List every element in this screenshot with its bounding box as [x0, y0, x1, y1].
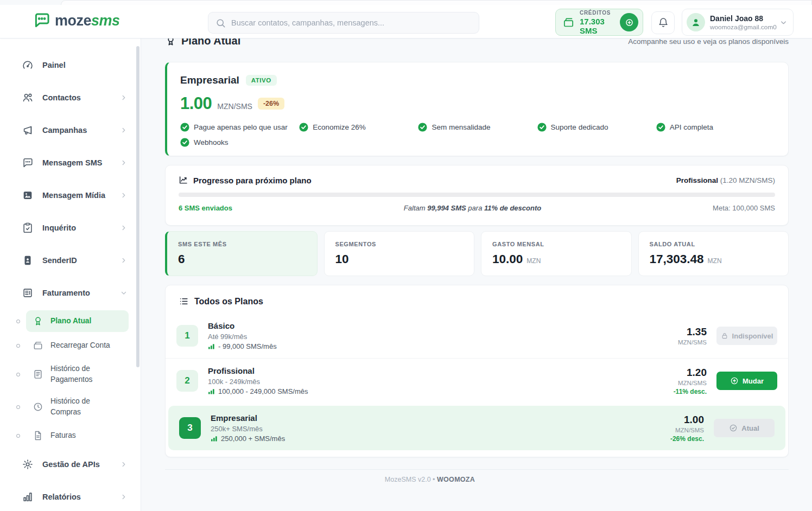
trending-up-icon	[179, 175, 188, 185]
search-input[interactable]	[231, 18, 472, 27]
global-search[interactable]	[208, 12, 479, 34]
sidebar-item-contactos[interactable]: Contactos	[0, 81, 141, 114]
feature-item: Economize 26%	[299, 123, 418, 132]
plan-current-button[interactable]: Atual	[714, 419, 775, 437]
sidebar-item-historico-pagamentos[interactable]: Histórico de Pagamentos	[0, 358, 141, 391]
credits-chip[interactable]: CRÉDITOS 17.303 SMS	[555, 9, 643, 36]
plan-number: 2	[176, 370, 198, 392]
sidebar-scrollbar[interactable]	[136, 46, 139, 367]
lock-icon	[721, 332, 728, 340]
stat-monthly-spend: GASTO MENSAL 10.00MZN	[481, 231, 632, 276]
footer: MozeSMS v2.0 • WOOMOZA	[165, 469, 789, 491]
feature-item: Webhooks	[180, 138, 299, 147]
bullet-icon	[16, 405, 20, 409]
plan-number: 1	[176, 325, 198, 347]
image-icon	[22, 189, 34, 201]
sidebar-item-painel[interactable]: Painel	[0, 49, 141, 81]
sidebar-item-recarregar-conta[interactable]: Recarregar Conta	[0, 333, 141, 358]
add-credits-button[interactable]	[620, 13, 638, 31]
award-icon	[33, 316, 43, 327]
current-plan-name: Empresarial	[180, 74, 239, 86]
bullet-icon	[16, 373, 20, 376]
bar-chart-icon	[22, 491, 34, 503]
users-icon	[22, 92, 34, 104]
award-icon	[165, 39, 176, 47]
check-circle-icon	[180, 123, 189, 132]
brand-logo[interactable]: mozesms	[33, 11, 120, 30]
feature-item: Suporte dedicado	[537, 123, 656, 132]
sidebar-item-relatorios[interactable]: Relatórios	[0, 481, 141, 511]
sidebar-item-gestao-apis[interactable]: Gestão de APIs	[0, 448, 141, 481]
stat-segments: SEGMENTOS 10	[324, 231, 475, 276]
invoice-icon	[22, 287, 34, 299]
check-circle-icon	[656, 123, 665, 132]
check-circle-icon	[180, 138, 189, 147]
avatar	[687, 13, 705, 31]
wallet-icon	[33, 340, 43, 351]
clock-icon	[33, 401, 43, 412]
sidebar-item-faturas[interactable]: Faturas	[0, 423, 141, 448]
check-circle-icon	[418, 123, 427, 132]
mini-bars-icon	[208, 388, 215, 395]
arrow-up-circle-icon	[730, 376, 739, 385]
sidebar-item-mensagem-sms[interactable]: Mensagem SMS	[0, 146, 141, 179]
feature-item: API completa	[656, 123, 775, 132]
credits-value: 17.303 SMS	[580, 17, 615, 35]
chevron-right-icon	[120, 94, 128, 101]
megaphone-icon	[22, 124, 34, 136]
wallet-icon	[562, 16, 575, 29]
check-circle-outline-icon	[729, 424, 738, 432]
credits-label: CRÉDITOS	[580, 10, 615, 16]
check-circle-icon	[299, 123, 308, 132]
gauge-icon	[22, 59, 34, 71]
chevron-right-icon	[120, 126, 128, 134]
main-content: Plano Atual Acompanhe seu uso e veja os …	[141, 39, 812, 511]
stat-current-balance: SALDO ATUAL 17,303.48MZN	[638, 231, 789, 276]
stats-row: SMS ESTE MÊS 6 SEGMENTOS 10 GASTO MENSAL…	[165, 231, 789, 276]
chevron-down-icon	[779, 18, 788, 27]
page-subtitle: Acompanhe seu uso e veja os planos dispo…	[628, 39, 789, 46]
progress-bar	[179, 193, 775, 197]
clipboard-check-icon	[22, 222, 34, 234]
feature-item: Sem mensalidade	[418, 123, 537, 132]
next-plan-label: Profissional (1.20 MZN/SMS)	[676, 176, 775, 184]
window-top-edge	[61, 0, 812, 5]
sidebar-item-campanhas[interactable]: Campanhas	[0, 114, 141, 146]
chevron-right-icon	[120, 461, 128, 468]
current-plan-price: 1.00	[180, 94, 212, 113]
sidebar-item-faturamento[interactable]: Faturamento	[0, 277, 141, 309]
bullet-icon	[16, 344, 20, 348]
contact-card-icon	[22, 254, 34, 266]
sidebar-item-mensagem-midia[interactable]: Mensagem Mídia	[0, 179, 141, 212]
plan-number: 3	[179, 417, 201, 439]
brand-name: mozesms	[55, 12, 120, 29]
plan-change-button[interactable]: Mudar	[716, 372, 777, 390]
chevron-right-icon	[120, 224, 128, 232]
bullet-icon	[16, 434, 20, 438]
file-icon	[33, 430, 43, 441]
stat-sms-month: SMS ESTE MÊS 6	[165, 231, 318, 276]
list-icon	[179, 296, 189, 306]
bell-icon	[658, 17, 669, 28]
notifications-button[interactable]	[651, 11, 675, 34]
plan-row-profissional: 2 Profissional 100k - 249k/mês 100,000 -…	[166, 358, 788, 403]
sidebar: Painel Contactos Campanhas Mensagem SMS	[0, 39, 141, 511]
all-plans-card: Todos os Planos 1 Básico Até 99k/mês - 9…	[165, 285, 789, 457]
user-menu[interactable]: Daniel Joao 88 woomoza@gmail.com0	[682, 9, 794, 36]
chevron-right-icon	[120, 159, 128, 167]
feature-item: Pague apenas pelo que usar	[180, 123, 299, 132]
chat-bubble-logo-icon	[33, 11, 51, 30]
current-plan-card: Empresarial ATIVO 1.00 MZN/SMS -26% Pagu…	[165, 62, 789, 156]
plan-row-basico: 1 Básico Até 99k/mês - 99,000 SMS/mês 1.…	[166, 314, 788, 358]
chevron-right-icon	[120, 191, 128, 199]
footer-text: MozeSMS v2.0 • WOOMOZA	[385, 476, 475, 483]
mini-bars-icon	[211, 435, 218, 442]
plan-row-empresarial: 3 Empresarial 250k+ SMS/mês 250,000 + SM…	[168, 406, 785, 450]
sidebar-item-historico-compras[interactable]: Histórico de Compras	[0, 391, 141, 423]
sidebar-item-inquerito[interactable]: Inquérito	[0, 212, 141, 244]
sidebar-item-plano-atual[interactable]: Plano Atual	[0, 309, 141, 333]
plan-unavailable-button[interactable]: Indisponível	[716, 327, 777, 345]
plan-features: Pague apenas pelo que usar Economize 26%…	[180, 123, 775, 147]
user-name: Daniel Joao 88	[710, 14, 775, 23]
sidebar-item-senderid[interactable]: SenderID	[0, 244, 141, 277]
